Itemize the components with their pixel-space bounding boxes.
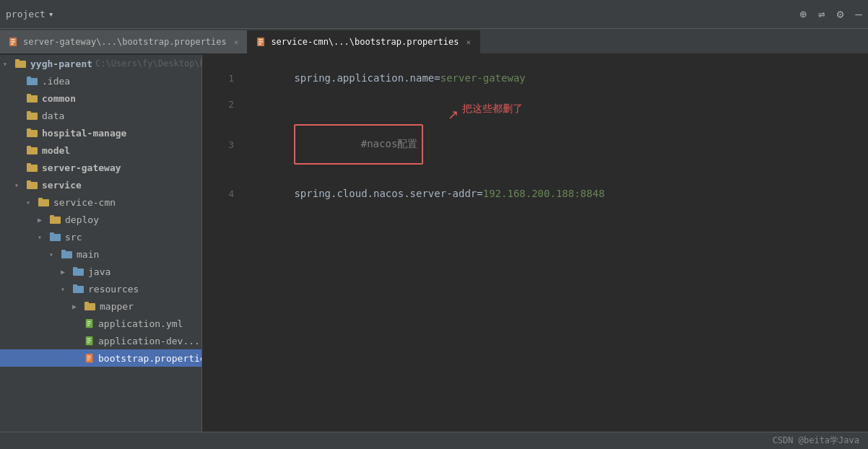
application-dev-label: application-dev...: [98, 336, 200, 346]
root-arrow: ▾: [3, 60, 14, 68]
code-val-4: 192.168.200.188:8848: [483, 188, 605, 199]
bootstrap-file-icon: [84, 353, 95, 363]
tab-service-cmn[interactable]: service-cmn\...\bootstrap.properties ✕: [248, 30, 480, 53]
properties-file-icon-active: [256, 37, 266, 47]
annotation-text: 把这些都删了: [462, 103, 523, 115]
src-label: src: [65, 232, 82, 243]
tab2-close[interactable]: ✕: [466, 38, 471, 47]
common-folder-icon: [26, 93, 39, 103]
svg-rect-26: [38, 198, 43, 201]
deploy-folder-icon: [49, 214, 62, 224]
tab-bar: server-gateway\...\bootstrap.properties …: [0, 29, 868, 55]
project-menu[interactable]: project ▾: [6, 9, 54, 19]
service-arrow: ▾: [14, 181, 26, 189]
split-icon[interactable]: ⇌: [818, 7, 825, 21]
line-num-4: 4: [208, 188, 234, 199]
sidebar-item-root[interactable]: ▾ yygh-parent C:\Users\fy\Desktop\h: [0, 55, 201, 72]
mapper-arrow: ▶: [72, 302, 84, 310]
java-label: java: [88, 266, 110, 277]
sidebar-item-common[interactable]: common: [0, 90, 201, 107]
main-folder-icon: [61, 249, 74, 259]
service-label: service: [42, 180, 82, 191]
sidebar-item-bootstrap-properties[interactable]: bootstrap.properties: [0, 349, 201, 367]
svg-rect-32: [61, 250, 66, 253]
server-folder-icon: [26, 162, 39, 173]
toolbar-icons: ⊕ ⇌ ⚙ —: [799, 7, 862, 21]
line-content-3: #nacos配置: [246, 113, 423, 176]
mapper-label: mapper: [100, 301, 134, 312]
sidebar-item-service[interactable]: ▾ service: [0, 176, 201, 193]
model-label: model: [42, 145, 70, 156]
comment-text: #nacos配置: [361, 138, 418, 149]
svg-rect-28: [50, 215, 54, 218]
sidebar-item-hospital-manage[interactable]: hospital-manage: [0, 124, 201, 141]
java-folder-icon: [72, 266, 85, 276]
sidebar-item-application-yml[interactable]: application.yml: [0, 315, 201, 332]
svg-rect-38: [84, 302, 89, 305]
service-cmn-arrow: ▾: [26, 199, 38, 206]
sidebar-item-deploy[interactable]: ▶ deploy: [0, 211, 201, 228]
status-text: CSDN @beita学Java: [773, 435, 859, 447]
tab1-close[interactable]: ✕: [234, 38, 239, 47]
service-cmn-folder-icon: [38, 197, 51, 207]
tab2-label: service-cmn\...\bootstrap.properties: [271, 37, 459, 47]
web-icon[interactable]: ⊕: [799, 7, 807, 21]
sidebar-item-data[interactable]: data: [0, 107, 201, 124]
svg-rect-22: [27, 163, 31, 166]
settings-icon[interactable]: ⚙: [837, 7, 844, 21]
model-folder-icon: [26, 145, 39, 155]
code-line-2: 2: [202, 95, 868, 113]
line-num-3: 3: [208, 139, 234, 150]
code-key-1: spring.application.name: [294, 72, 434, 84]
line-num-2: 2: [208, 99, 234, 110]
line-content-2: [246, 98, 251, 110]
line-content-1: spring.application.name=server-gateway: [246, 61, 526, 95]
data-folder-icon: [26, 110, 39, 121]
sidebar-item-server-gateway[interactable]: server-gateway: [0, 159, 201, 176]
minimize-icon[interactable]: —: [855, 7, 862, 21]
tab1-label: server-gateway\...\bootstrap.properties: [23, 37, 227, 47]
sidebar-item-application-dev[interactable]: application-dev...: [0, 332, 201, 349]
yml-file-icon: [84, 318, 95, 328]
code-line-3: 3 #nacos配置 ↗ 把这些都删了: [202, 113, 868, 176]
data-label: data: [42, 110, 64, 121]
svg-rect-18: [27, 128, 31, 131]
main-label: main: [77, 249, 99, 260]
tab-server-gateway[interactable]: server-gateway\...\bootstrap.properties …: [0, 30, 248, 53]
code-eq-4: =: [477, 188, 482, 199]
main-area: ▾ yygh-parent C:\Users\fy\Desktop\h .ide…: [0, 55, 868, 432]
sidebar-item-idea[interactable]: .idea: [0, 72, 201, 90]
svg-rect-16: [27, 111, 31, 114]
root-label: yygh-parent: [30, 58, 92, 69]
line-num-1: 1: [208, 73, 234, 84]
svg-rect-24: [27, 180, 31, 183]
service-folder-icon: [26, 180, 39, 190]
sidebar-item-src[interactable]: ▾ src: [0, 228, 201, 245]
svg-rect-12: [27, 77, 31, 79]
mapper-folder-icon: [84, 301, 97, 311]
resources-folder-icon: [72, 284, 85, 294]
main-arrow: ▾: [49, 250, 61, 258]
hospital-folder-icon: [26, 128, 39, 138]
src-arrow: ▾: [38, 233, 49, 241]
deploy-label: deploy: [65, 214, 99, 225]
server-label: server-gateway: [42, 162, 121, 173]
sidebar-item-main[interactable]: ▾ main: [0, 245, 201, 263]
app-dev-file-icon: [84, 336, 95, 346]
sidebar: ▾ yygh-parent C:\Users\fy\Desktop\h .ide…: [0, 55, 202, 432]
common-label: common: [42, 93, 76, 104]
toolbar: project ▾ ⊕ ⇌ ⚙ —: [0, 0, 868, 29]
hospital-label: hospital-manage: [42, 128, 126, 139]
sidebar-item-service-cmn[interactable]: ▾ service-cmn: [0, 193, 201, 211]
sidebar-item-java[interactable]: ▶ java: [0, 263, 201, 280]
project-label: project: [6, 9, 45, 19]
highlighted-comment: #nacos配置: [294, 124, 423, 165]
code-eq-1: =: [434, 72, 440, 84]
sidebar-item-mapper[interactable]: ▶ mapper: [0, 297, 201, 315]
sidebar-item-model[interactable]: model: [0, 141, 201, 159]
code-key-4: spring.cloud.nacos.server-addr: [294, 188, 477, 199]
line-content-4: spring.cloud.nacos.server-addr=192.168.2…: [246, 176, 604, 211]
sidebar-item-resources[interactable]: ▾ resources: [0, 280, 201, 297]
code-line-4: 4 spring.cloud.nacos.server-addr=192.168…: [202, 176, 868, 211]
editor[interactable]: 1 spring.application.name=server-gateway…: [202, 55, 868, 432]
